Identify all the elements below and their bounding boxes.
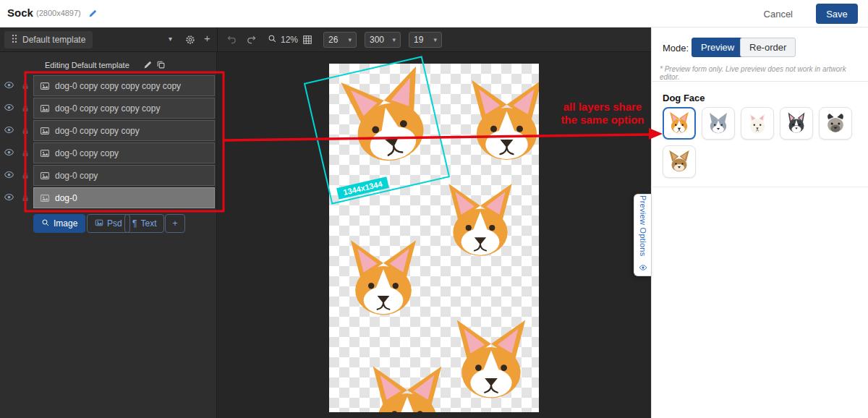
settings-gear-icon[interactable] bbox=[185, 35, 195, 47]
toolbar-separator bbox=[217, 27, 218, 52]
image-layer-icon bbox=[40, 148, 50, 158]
layer-visibility-eye-icon[interactable] bbox=[4, 102, 15, 116]
layer-visibility-eye-icon[interactable] bbox=[4, 147, 15, 161]
layer-row-selected[interactable]: dog-0 bbox=[33, 187, 215, 208]
dog-option-pug[interactable] bbox=[819, 107, 852, 140]
image-layer-icon bbox=[40, 171, 50, 181]
preview-options-tab-label: Preview Options bbox=[639, 195, 647, 257]
duplicate-template-copy-icon[interactable] bbox=[156, 59, 166, 72]
template-dropdown-caret-icon[interactable]: ▾ bbox=[169, 35, 172, 43]
template-button-label: Default template bbox=[22, 35, 85, 45]
add-more-button[interactable]: + bbox=[165, 214, 185, 233]
image-layer-icon bbox=[40, 81, 50, 91]
add-image-button[interactable]: Image bbox=[33, 214, 85, 233]
cancel-button[interactable]: Cancel bbox=[755, 5, 801, 23]
dog-face-section-title: Dog Face bbox=[663, 93, 705, 103]
count-dropdown[interactable]: 19▾ bbox=[409, 32, 442, 48]
corgi-artwork[interactable] bbox=[458, 75, 539, 173]
top-bar: Sock (2800x4897) Cancel Save bbox=[0, 0, 868, 27]
dog-option-corgi[interactable] bbox=[663, 107, 696, 140]
editing-template-label: Editing Default template bbox=[45, 61, 129, 69]
dog-face-options-grid bbox=[663, 107, 859, 178]
layer-lock-icon[interactable] bbox=[21, 148, 30, 161]
dpi-dropdown[interactable]: 300▾ bbox=[365, 32, 401, 48]
rename-template-pencil-icon[interactable] bbox=[143, 59, 153, 72]
preview-note: * Preview form only. Live preview does n… bbox=[660, 65, 864, 81]
dog-option-white-spitz[interactable] bbox=[741, 107, 774, 140]
dpi-dropdown-value: 300 bbox=[370, 35, 384, 45]
add-psd-label: Psd bbox=[107, 218, 122, 229]
layer-row[interactable]: dog-0 copy copy copy copy bbox=[33, 98, 215, 119]
dog-option-boston-terrier[interactable] bbox=[780, 107, 813, 140]
layer-lock-icon[interactable] bbox=[21, 103, 30, 116]
image-layer-icon bbox=[40, 103, 50, 114]
layer-row[interactable]: dog-0 copy copy copy copy copy bbox=[33, 75, 215, 96]
edit-title-pencil-icon[interactable] bbox=[88, 8, 98, 21]
dog-option-tan-corgi[interactable] bbox=[663, 145, 696, 178]
dog-option-husky[interactable] bbox=[702, 107, 735, 140]
layer-lock-icon[interactable] bbox=[21, 125, 30, 138]
image-icon bbox=[95, 218, 103, 229]
image-layer-icon bbox=[40, 193, 50, 203]
grid-icon[interactable] bbox=[302, 35, 312, 47]
redo-icon[interactable] bbox=[246, 34, 257, 47]
chevron-down-icon: ▾ bbox=[348, 36, 352, 43]
paragraph-icon: ¶ bbox=[132, 218, 137, 229]
mode-label: Mode: bbox=[663, 43, 689, 54]
layer-lock-icon[interactable] bbox=[21, 80, 30, 93]
corgi-artwork[interactable] bbox=[436, 179, 524, 268]
layer-name: dog-0 bbox=[55, 193, 77, 203]
layer-name: dog-0 copy bbox=[55, 171, 98, 181]
layer-row[interactable]: dog-0 copy copy bbox=[33, 142, 215, 163]
chevron-down-icon: ▾ bbox=[433, 36, 437, 43]
eye-icon bbox=[639, 262, 647, 275]
layer-lock-icon[interactable] bbox=[21, 192, 30, 205]
add-image-label: Image bbox=[54, 218, 77, 229]
mode-reorder-button[interactable]: Re-order bbox=[740, 38, 796, 57]
undo-icon[interactable] bbox=[226, 34, 237, 47]
layer-name: dog-0 copy copy copy copy bbox=[55, 103, 160, 114]
product-title: Sock bbox=[7, 7, 33, 19]
layer-name: dog-0 copy copy copy bbox=[55, 126, 140, 136]
chevron-down-icon: ▾ bbox=[392, 36, 396, 43]
corgi-artwork[interactable] bbox=[359, 362, 455, 412]
layer-lock-icon[interactable] bbox=[21, 170, 30, 183]
add-template-plus-icon[interactable]: + bbox=[204, 33, 210, 43]
size-dropdown[interactable]: 26▾ bbox=[323, 32, 357, 48]
add-text-label: Text bbox=[140, 218, 156, 229]
layer-row[interactable]: dog-0 copy copy copy bbox=[33, 120, 215, 141]
plus-icon: + bbox=[172, 218, 177, 229]
layer-visibility-eye-icon[interactable] bbox=[4, 124, 15, 138]
save-button[interactable]: Save bbox=[816, 4, 858, 24]
layer-visibility-eye-icon[interactable] bbox=[4, 80, 15, 93]
layer-row[interactable]: dog-0 copy bbox=[33, 165, 215, 186]
add-text-button[interactable]: ¶ Text bbox=[124, 214, 164, 233]
zoom-control[interactable]: 12% bbox=[268, 34, 298, 46]
layer-name: dog-0 copy copy copy copy copy bbox=[55, 81, 181, 91]
add-psd-button[interactable]: Psd bbox=[87, 214, 130, 233]
zoom-level: 12% bbox=[281, 35, 298, 45]
corgi-artwork[interactable] bbox=[338, 236, 429, 327]
panel-divider bbox=[651, 81, 868, 82]
zoom-magnifier-icon bbox=[268, 34, 277, 46]
count-dropdown-value: 19 bbox=[414, 35, 423, 45]
product-dimensions: (2800x4897) bbox=[36, 9, 81, 17]
editor-toolbar: Default template ▾ + 12% 26▾ 300▾ bbox=[0, 27, 651, 52]
search-icon bbox=[41, 218, 50, 229]
layer-visibility-eye-icon[interactable] bbox=[4, 192, 15, 205]
image-layer-icon bbox=[40, 126, 50, 136]
mode-preview-button[interactable]: Preview bbox=[692, 38, 744, 57]
panel-divider bbox=[651, 187, 868, 187]
drag-handle-icon bbox=[12, 34, 17, 46]
default-template-button[interactable]: Default template bbox=[4, 31, 93, 48]
size-dropdown-value: 26 bbox=[328, 35, 338, 45]
corgi-artwork[interactable] bbox=[443, 315, 539, 411]
layer-visibility-eye-icon[interactable] bbox=[4, 169, 15, 183]
preview-options-tab[interactable]: Preview Options bbox=[634, 194, 651, 276]
preview-panel bbox=[651, 27, 868, 418]
layer-name: dog-0 copy copy bbox=[55, 148, 119, 158]
artwork-editor-window: Sock (2800x4897) Cancel Save Default tem… bbox=[0, 0, 868, 418]
